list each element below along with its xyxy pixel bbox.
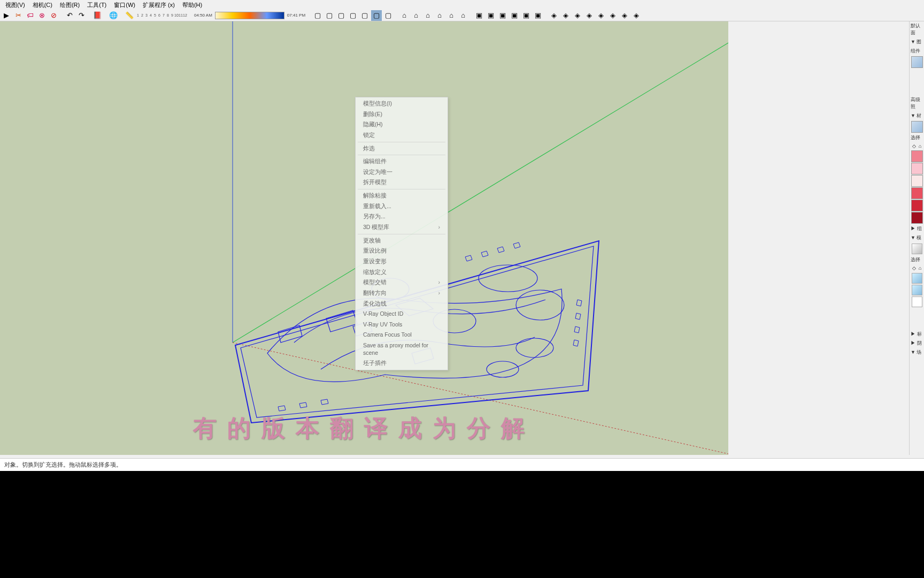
context-menu-item[interactable]: 更改轴 xyxy=(356,235,448,246)
model-box1-icon[interactable] xyxy=(912,244,922,254)
house3-icon[interactable]: ⌂ xyxy=(422,10,433,21)
panel-section3-header[interactable]: ▼ 场 xyxy=(910,348,924,357)
house4-icon[interactable]: ⌂ xyxy=(434,10,445,21)
model-box4-icon[interactable] xyxy=(912,296,922,307)
misc7-icon[interactable]: ◈ xyxy=(619,10,630,21)
context-menu-item[interactable]: V-Ray UV Tools xyxy=(356,320,448,330)
select-tool-icon[interactable]: ▶ xyxy=(1,10,12,21)
context-menu-item[interactable]: 3D 模型库 xyxy=(356,222,448,233)
cancel-tool-icon[interactable]: ⊘ xyxy=(48,10,59,21)
context-menu-item[interactable]: Camera Focus Tool xyxy=(356,330,448,340)
panel-section2-header[interactable]: ▶ 阴 xyxy=(910,339,924,348)
misc3-icon[interactable]: ◈ xyxy=(572,10,583,21)
color-swatch[interactable] xyxy=(911,212,923,224)
box4-icon[interactable]: ▢ xyxy=(348,10,358,21)
stack2-icon[interactable]: ▣ xyxy=(486,10,496,21)
panel-default-faces[interactable]: 默认面 xyxy=(910,21,924,37)
context-menu-item[interactable]: 隐藏(H) xyxy=(356,119,448,130)
book-icon[interactable]: 📕 xyxy=(92,10,103,21)
stack3-icon[interactable]: ▣ xyxy=(497,10,508,21)
redo-icon[interactable]: ↷ xyxy=(76,10,87,21)
context-menu-item[interactable]: 删除(E) xyxy=(356,109,448,120)
menu-help[interactable]: 帮助(H) xyxy=(179,1,205,10)
panel-select-header[interactable]: 选择 xyxy=(910,133,924,142)
ruler-icon[interactable]: 📏 xyxy=(124,10,135,21)
context-menu-item[interactable]: 拆开模型 xyxy=(356,177,448,188)
context-menu-item[interactable]: 翻转方向 xyxy=(356,288,448,299)
nav-home2-icon[interactable]: ⌂ xyxy=(919,265,921,271)
box6-icon[interactable]: ▢ xyxy=(371,10,382,21)
context-menu-item[interactable]: 重设比例 xyxy=(356,246,448,256)
stack1-icon[interactable]: ▣ xyxy=(474,10,484,21)
misc2-icon[interactable]: ◈ xyxy=(560,10,571,21)
stack6-icon[interactable]: ▣ xyxy=(533,10,543,21)
svg-point-0 xyxy=(479,265,537,292)
house5-icon[interactable]: ⌂ xyxy=(446,10,457,21)
context-menu-item[interactable]: 炸选 xyxy=(356,143,448,154)
menu-extensions[interactable]: 扩展程序 (x) xyxy=(140,1,178,10)
panel-layers-header[interactable]: ▼ 图 xyxy=(910,37,924,47)
panel-advanced-header[interactable]: 高级照 xyxy=(910,95,924,111)
material-preview[interactable] xyxy=(911,121,923,133)
context-menu-item[interactable]: 重设变形 xyxy=(356,256,448,267)
panel-comp2-header[interactable]: ▶ 组 xyxy=(910,224,924,233)
box5-icon[interactable]: ▢ xyxy=(359,10,370,21)
misc5-icon[interactable]: ◈ xyxy=(596,10,606,21)
house6-icon[interactable]: ⌂ xyxy=(458,10,468,21)
box2-icon[interactable]: ▢ xyxy=(324,10,335,21)
status-text: 对象。切换到扩充选择。拖动鼠标选择多项。 xyxy=(4,461,122,468)
context-menu-item[interactable]: 重新载入... xyxy=(356,201,448,212)
panel-component-header[interactable]: 组件 xyxy=(910,47,924,56)
color-swatch[interactable] xyxy=(911,163,923,174)
context-menu-item[interactable]: 坯子插件 xyxy=(356,358,448,369)
context-menu-item[interactable]: 解除粘接 xyxy=(356,191,448,201)
cut-tool-icon[interactable]: ✂ xyxy=(13,10,24,21)
context-menu-item[interactable]: Save as a proxy model for scene xyxy=(356,340,448,358)
color-swatch[interactable] xyxy=(911,150,923,162)
context-menu-item[interactable]: 模型信息(I) xyxy=(356,98,448,109)
box1-icon[interactable]: ▢ xyxy=(312,10,323,21)
delete-tool-icon[interactable]: ⊗ xyxy=(36,10,47,21)
context-menu-item[interactable]: V-Ray Object ID xyxy=(356,309,448,320)
nav-home-icon[interactable]: ⌂ xyxy=(919,143,921,149)
color-swatch[interactable] xyxy=(911,187,923,199)
panel-section1-header[interactable]: ▶ 标 xyxy=(910,330,924,339)
time-slider[interactable] xyxy=(215,12,284,19)
context-menu-item[interactable]: 缩放定义 xyxy=(356,267,448,278)
context-menu-item[interactable]: 另存为... xyxy=(356,211,448,222)
menu-window[interactable]: 窗口(W) xyxy=(111,1,138,10)
menu-view[interactable]: 视图(V) xyxy=(2,1,28,10)
component-preview[interactable] xyxy=(911,56,923,68)
stack5-icon[interactable]: ▣ xyxy=(521,10,532,21)
color-swatch[interactable] xyxy=(911,175,923,187)
stack4-icon[interactable]: ▣ xyxy=(509,10,520,21)
house1-icon[interactable]: ⌂ xyxy=(399,10,410,21)
misc8-icon[interactable]: ◈ xyxy=(631,10,642,21)
panel-select2-header[interactable]: 选择 xyxy=(910,255,924,264)
menu-draw[interactable]: 绘图(R) xyxy=(57,1,83,10)
svg-point-1 xyxy=(516,290,564,320)
nav-left2-icon[interactable]: ◇ xyxy=(912,265,916,271)
panel-materials-header[interactable]: ▼ 材 xyxy=(910,111,924,120)
context-menu-item[interactable]: 设定为唯一 xyxy=(356,167,448,178)
menu-camera[interactable]: 相机(C) xyxy=(29,1,56,10)
box3-icon[interactable]: ▢ xyxy=(336,10,346,21)
context-menu-item[interactable]: 柔化边线 xyxy=(356,299,448,309)
menu-tools[interactable]: 工具(T) xyxy=(84,1,110,10)
nav-left-icon[interactable]: ◇ xyxy=(912,143,916,149)
context-menu-item[interactable]: 锁定 xyxy=(356,130,448,141)
color-swatch[interactable] xyxy=(911,200,923,211)
tag-tool-icon[interactable]: 🏷 xyxy=(25,10,35,21)
misc1-icon[interactable]: ◈ xyxy=(549,10,559,21)
undo-icon[interactable]: ↶ xyxy=(64,10,75,21)
globe-icon[interactable]: 🌐 xyxy=(108,10,119,21)
house2-icon[interactable]: ⌂ xyxy=(411,10,421,21)
misc6-icon[interactable]: ◈ xyxy=(607,10,618,21)
model-box2-icon[interactable] xyxy=(912,273,922,284)
misc4-icon[interactable]: ◈ xyxy=(584,10,595,21)
box7-icon[interactable]: ▢ xyxy=(383,10,394,21)
panel-model-header[interactable]: ▼ 模 xyxy=(910,233,924,242)
context-menu-item[interactable]: 模型交错 xyxy=(356,277,448,288)
model-box3-icon[interactable] xyxy=(912,285,922,295)
context-menu-item[interactable]: 编辑组件 xyxy=(356,156,448,167)
